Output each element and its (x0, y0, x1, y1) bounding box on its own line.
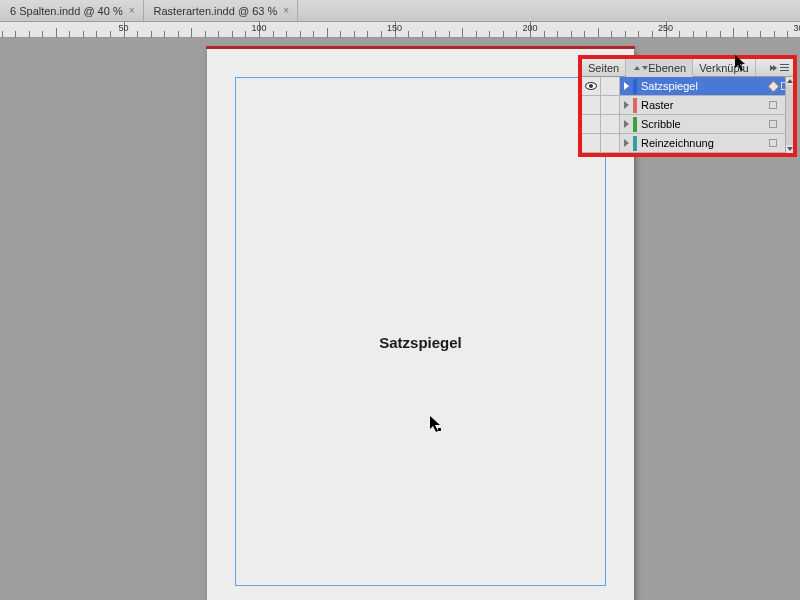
ruler-tick-label: 50 (118, 23, 128, 33)
pen-target-icon (769, 82, 778, 91)
panel-tab-label: Ebenen (648, 62, 686, 74)
layers-panel: Seiten Ebenen Verknüpfu SatzspiegelRaste… (578, 55, 797, 157)
close-icon[interactable]: × (283, 5, 289, 16)
document-tab-label: Rasterarten.indd @ 63 % (154, 5, 278, 17)
layer-name-label: Scribble (641, 118, 681, 130)
ruler-tick-label: 200 (522, 23, 537, 33)
visibility-toggle[interactable] (582, 96, 601, 114)
visibility-toggle[interactable] (582, 134, 601, 152)
lock-toggle[interactable] (601, 134, 620, 152)
layer-color-swatch (633, 117, 637, 132)
document-page[interactable]: Satzspiegel (207, 49, 634, 600)
panel-tab-label: Seiten (588, 62, 619, 74)
layer-color-swatch (633, 136, 637, 151)
disclosure-triangle-icon[interactable] (624, 82, 629, 90)
panel-tab-seiten[interactable]: Seiten (582, 59, 626, 76)
layer-row[interactable]: Satzspiegel (582, 77, 793, 96)
lock-toggle[interactable] (601, 77, 620, 95)
selection-square-icon[interactable] (769, 120, 777, 128)
document-tab-2[interactable]: Rasterarten.indd @ 63 % × (144, 0, 299, 21)
scroll-down-icon[interactable] (786, 145, 793, 153)
scroll-up-icon[interactable] (786, 77, 793, 85)
margin-frame (235, 77, 606, 586)
page-text-label: Satzspiegel (379, 334, 462, 351)
horizontal-ruler[interactable]: 50100150200250300 (0, 22, 800, 38)
disclosure-triangle-icon[interactable] (624, 139, 629, 147)
document-tab-label: 6 Spalten.indd @ 40 % (10, 5, 123, 17)
selection-square-icon[interactable] (769, 139, 777, 147)
panel-tab-bar: Seiten Ebenen Verknüpfu (582, 59, 793, 77)
layer-name-label: Satzspiegel (641, 80, 698, 92)
visibility-toggle[interactable] (582, 77, 601, 95)
layer-color-swatch (633, 79, 637, 94)
panel-tab-label: Verknüpfu (699, 62, 749, 74)
layer-name-label: Reinzeichnung (641, 137, 714, 149)
eye-icon (585, 82, 597, 90)
disclosure-triangle-icon[interactable] (624, 120, 629, 128)
layer-row[interactable]: Scribble (582, 115, 793, 134)
disclosure-triangle-icon[interactable] (624, 101, 629, 109)
panel-tab-ebenen[interactable]: Ebenen (626, 59, 693, 77)
collapse-panel-icon[interactable] (773, 65, 774, 71)
layer-row[interactable]: Raster (582, 96, 793, 115)
layer-name-label: Raster (641, 99, 673, 111)
layer-color-swatch (633, 98, 637, 113)
document-tab-1[interactable]: 6 Spalten.indd @ 40 % × (0, 0, 144, 21)
document-tabstrip: 6 Spalten.indd @ 40 % × Rasterarten.indd… (0, 0, 800, 22)
layer-list: SatzspiegelRasterScribbleReinzeichnung (582, 77, 793, 153)
layer-row[interactable]: Reinzeichnung (582, 134, 793, 153)
panel-menu-icon[interactable] (780, 64, 789, 71)
lock-toggle[interactable] (601, 96, 620, 114)
selection-square-icon[interactable] (769, 101, 777, 109)
panel-scrollbar[interactable] (785, 77, 793, 153)
ruler-tick-label: 250 (658, 23, 673, 33)
lock-toggle[interactable] (601, 115, 620, 133)
close-icon[interactable]: × (129, 5, 135, 16)
ruler-tick-label: 100 (251, 23, 266, 33)
visibility-toggle[interactable] (582, 115, 601, 133)
ruler-tick-label: 300 (793, 23, 800, 33)
ruler-tick-label: 150 (387, 23, 402, 33)
panel-tab-verknupfungen[interactable]: Verknüpfu (693, 59, 756, 76)
